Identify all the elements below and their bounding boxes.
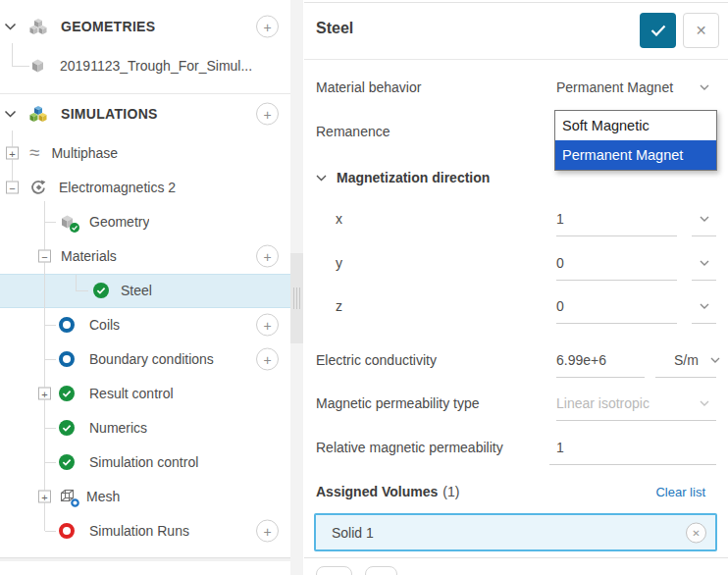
empty-status-icon — [59, 317, 75, 333]
x-value-input[interactable]: 1 — [556, 211, 564, 227]
expand-toggle[interactable]: + — [38, 388, 51, 400]
field-label: Relative magnetic permeability — [316, 440, 503, 455]
field-label: Remanence — [316, 124, 390, 139]
geometry-check-icon — [59, 214, 76, 231]
material-behavior-select[interactable]: Permanent Magnet — [556, 79, 673, 95]
material-properties-panel: Steel ✕ Material behavior Permanent Magn… — [304, 0, 728, 575]
field-label: Electric conductivity — [316, 352, 437, 368]
z-value-input[interactable]: 0 — [556, 298, 564, 314]
add-boundary-condition-button[interactable]: + — [256, 348, 279, 371]
app-window: GEOMETRIES + 20191123_Trough_For_Simul..… — [0, 0, 728, 575]
assigned-volumes-label: Assigned Volumes — [316, 484, 438, 499]
y-value-input[interactable]: 0 — [556, 255, 564, 271]
confirm-button[interactable] — [640, 13, 676, 48]
tree-item-label: Result control — [89, 386, 174, 401]
input-underline — [556, 420, 716, 421]
tree-item-label: Coils — [89, 317, 120, 333]
tree-item-label: Materials — [61, 248, 117, 264]
tree-item-label: Simulation control — [89, 454, 198, 470]
tree-item-label: 20191123_Trough_For_Simul... — [60, 58, 252, 74]
check-circle-icon — [59, 386, 75, 401]
row-assigned-volumes: Assigned Volumes (1) Clear list — [316, 480, 716, 503]
row-electric-conductivity: Electric conductivity 6.99e+6 S/m — [316, 348, 716, 372]
tree-item-electromagnetics[interactable]: − Electromagnetics 2 — [0, 171, 318, 204]
tree-section-label: SIMULATIONS — [61, 106, 158, 122]
remove-volume-button[interactable]: ✕ — [686, 522, 706, 543]
field-label: x — [336, 211, 342, 227]
collapse-toggle[interactable]: − — [38, 250, 51, 263]
tree-item-label: Multiphase — [51, 145, 118, 161]
add-coil-button[interactable]: + — [256, 314, 279, 337]
tree-section-geometries[interactable]: GEOMETRIES + — [0, 10, 292, 43]
input-underline — [556, 323, 677, 324]
cancel-button[interactable]: ✕ — [683, 13, 719, 48]
chevron-down-icon — [700, 400, 709, 406]
chevron-down-icon[interactable] — [316, 175, 327, 182]
simulations-icon — [28, 105, 48, 123]
close-icon: ✕ — [692, 527, 700, 538]
permeability-type-select-disabled: Linear isotropic — [556, 395, 650, 411]
cube-icon — [29, 58, 46, 75]
panel-divider — [0, 93, 303, 94]
input-underline — [692, 323, 716, 324]
input-underline — [556, 235, 677, 236]
relative-permeability-input[interactable]: 1 — [556, 440, 564, 455]
bottom-divider — [304, 557, 728, 558]
geometries-icon — [28, 18, 48, 35]
row-x: x 1 — [316, 207, 716, 231]
chevron-down-icon[interactable] — [700, 260, 709, 266]
dropdown-option-soft-magnetic[interactable]: Soft Magnetic — [555, 111, 716, 140]
bottom-action-button[interactable] — [316, 566, 352, 575]
panel-title: Steel — [316, 20, 353, 37]
row-z: z 0 — [316, 294, 716, 318]
header-divider — [304, 59, 728, 60]
panel-divider — [0, 558, 303, 561]
add-geometry-button[interactable]: + — [256, 16, 279, 38]
expand-toggle[interactable]: + — [6, 147, 19, 160]
assigned-volume-chip: Solid 1 ✕ — [314, 513, 717, 551]
chevron-down-icon[interactable] — [4, 110, 17, 118]
add-simulation-button[interactable]: + — [256, 103, 279, 126]
assigned-volumes-count: (1) — [442, 484, 459, 499]
bottom-action-button[interactable] — [365, 566, 397, 575]
collapse-toggle[interactable]: − — [6, 182, 19, 194]
expand-toggle[interactable]: + — [38, 491, 51, 503]
input-underline — [556, 377, 645, 378]
tree-item-label: Mesh — [86, 489, 120, 504]
chip-label: Solid 1 — [332, 525, 374, 541]
field-label: Magnetic permeability type — [316, 395, 480, 411]
empty-status-icon — [59, 351, 75, 367]
section-label: Magnetization direction — [337, 170, 490, 185]
conductivity-value-input[interactable]: 6.99e+6 — [556, 352, 606, 368]
tree-item-label: Boundary conditions — [89, 351, 214, 367]
mesh-icon — [59, 488, 77, 505]
input-underline — [692, 235, 716, 236]
tree-section-simulations[interactable]: SIMULATIONS + — [0, 97, 292, 131]
chevron-down-icon[interactable] — [700, 84, 709, 90]
check-circle-icon — [59, 420, 75, 436]
tree-item-label: Steel — [121, 283, 152, 298]
tree-item-geometry-file[interactable]: 20191123_Trough_For_Simul... — [0, 49, 318, 82]
tree-item-label: Simulation Runs — [89, 523, 189, 539]
row-y: y 0 — [316, 251, 716, 275]
add-material-button[interactable]: + — [256, 245, 279, 268]
row-material-behavior: Material behavior Permanent Magnet — [316, 76, 716, 99]
input-underline — [692, 280, 716, 281]
close-icon: ✕ — [696, 23, 707, 38]
chevron-down-icon[interactable] — [710, 357, 720, 363]
input-underline — [549, 464, 716, 465]
chevron-down-icon[interactable] — [700, 303, 709, 309]
dropdown-option-permanent-magnet[interactable]: Permanent Magnet — [555, 140, 716, 170]
check-circle-icon — [93, 283, 109, 298]
clear-list-link[interactable]: Clear list — [655, 485, 705, 499]
check-circle-icon — [59, 454, 75, 470]
tree-scrollbar-thumb[interactable] — [290, 253, 303, 343]
empty-status-icon — [59, 523, 75, 539]
chevron-down-icon[interactable] — [700, 216, 709, 222]
chevron-down-icon[interactable] — [4, 23, 17, 30]
unit-select[interactable]: S/m — [674, 352, 699, 368]
tree-item-multiphase[interactable]: + ≈ Multiphase — [0, 136, 318, 170]
material-behavior-dropdown: Soft Magnetic Permanent Magnet — [554, 110, 717, 171]
add-simulation-run-button[interactable]: + — [256, 520, 279, 543]
tree-item-label: Geometry — [89, 214, 149, 230]
